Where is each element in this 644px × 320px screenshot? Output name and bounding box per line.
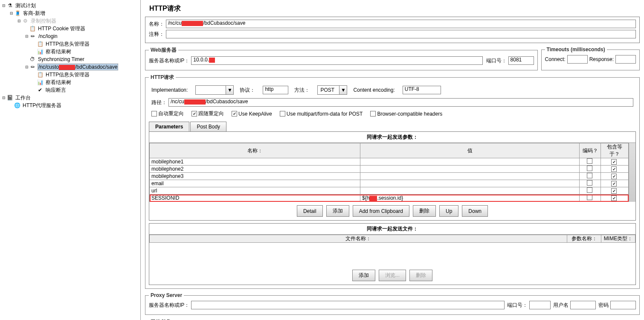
col-name[interactable]: 名称： xyxy=(150,143,360,158)
config-icon: 📋 xyxy=(29,25,36,32)
proxy-port-input[interactable] xyxy=(529,301,551,309)
chevron-down-icon: ▼ xyxy=(339,86,347,94)
tree-proxy-srv[interactable]: 🌐 HTTP代理服务器 xyxy=(0,102,140,109)
tree-label: HTTP信息头管理器 xyxy=(45,41,90,48)
tree-label: /nc/custo/bdCubasdoc/save xyxy=(38,64,118,70)
tree-header-mgr1[interactable]: 📋 HTTP信息头管理器 xyxy=(0,40,140,48)
server-input[interactable]: 10.0.0. xyxy=(191,56,482,65)
delete-button[interactable]: 删除 xyxy=(413,205,436,217)
add-clipboard-button[interactable]: Add from Clipboard xyxy=(353,205,409,217)
tree-header-mgr2[interactable]: 📋 HTTP信息头管理器 xyxy=(0,71,140,79)
toggle-icon[interactable]: ⊟ xyxy=(2,96,6,100)
col-enc[interactable]: 编码？ xyxy=(580,143,601,158)
file-add-button[interactable]: 添加 xyxy=(352,270,375,281)
toggle-icon[interactable]: ⊟ xyxy=(25,35,29,38)
port-input[interactable]: 8081 xyxy=(508,56,534,65)
comment-input[interactable] xyxy=(166,30,636,38)
tree-assertion[interactable]: ✔ 响应断言 xyxy=(0,86,140,94)
server-label: 服务器名称或IP： xyxy=(149,57,189,64)
param-row[interactable]: email xyxy=(150,180,629,187)
tree-label: HTTP代理服务器 xyxy=(22,102,62,109)
cb-browser[interactable]: Browser-compatible headers xyxy=(370,111,442,117)
sampler-icon: ✏ xyxy=(29,33,36,40)
param-row[interactable]: mobilephone1 xyxy=(150,158,629,166)
results-icon: 📊 xyxy=(37,79,44,86)
proto-input[interactable]: http xyxy=(263,86,288,94)
params-table: 名称： 值 编码？ 包含等于？ mobilephone1mobilephone2… xyxy=(149,143,629,202)
up-button[interactable]: Up xyxy=(439,205,458,217)
tree-sync-timer[interactable]: ⏱ Synchronizing Timer xyxy=(0,55,140,63)
connect-label: Connect: xyxy=(545,56,566,62)
col-val[interactable]: 值 xyxy=(360,143,580,158)
param-row[interactable]: mobilephone2 xyxy=(150,166,629,173)
tree-threadgroup[interactable]: ⊟ 🧵 客商-新增 xyxy=(0,9,140,17)
col-paramname[interactable]: 参数名称： xyxy=(567,235,601,243)
param-row[interactable]: url xyxy=(150,187,629,195)
tree-label: 察看结果树 xyxy=(45,79,72,86)
proxy-pass-input[interactable] xyxy=(610,301,636,309)
tree-workbench[interactable]: ⊟ 📓 工作台 xyxy=(0,94,140,102)
toggle-icon[interactable]: ⊟ xyxy=(17,19,21,23)
enc-input[interactable]: UTF-8 xyxy=(403,86,441,94)
param-row-session[interactable]: SESSIONID ${h.session.id} xyxy=(150,195,629,202)
tree-root[interactable]: ⊟ ⚗ 测试计划 xyxy=(0,2,140,9)
legend: Timeouts (milliseconds) xyxy=(545,47,607,52)
webserver-fieldset: Web服务器 服务器名称或IP： 10.0.0. 端口号： 8081 xyxy=(145,47,538,70)
config-icon: 📋 xyxy=(37,41,44,47)
col-filename[interactable]: 文件名称： xyxy=(150,235,567,243)
comment-label: 注释： xyxy=(149,31,164,38)
flask-icon: ⚗ xyxy=(6,2,13,9)
proxy-icon: 🌐 xyxy=(14,102,20,109)
params-table-wrap: 同请求一起发送参数： 名称： 值 编码？ 包含等于？ mobilephone1m… xyxy=(149,131,636,221)
toggle-icon[interactable]: ⊟ xyxy=(9,12,13,15)
path-input[interactable]: /nc/cu/bdCubasdoc/save xyxy=(168,98,633,107)
legend: Web服务器 xyxy=(149,47,178,54)
down-button[interactable]: Down xyxy=(462,205,488,217)
col-inc[interactable]: 包含等于？ xyxy=(601,143,629,158)
assert-icon: ✔ xyxy=(37,87,44,93)
cb-keepalive[interactable]: Use KeepAlive xyxy=(232,111,272,117)
impl-select[interactable]: ▼ xyxy=(195,85,234,95)
scrollbar[interactable] xyxy=(629,143,635,202)
enc-label: Content encoding: xyxy=(353,87,395,93)
timer-icon: ⏱ xyxy=(29,56,36,63)
tree-label: Synchronizing Timer xyxy=(37,56,85,62)
detail-button[interactable]: Detail xyxy=(297,205,323,217)
response-label: Response: xyxy=(589,56,614,62)
connect-input[interactable] xyxy=(567,55,588,64)
gear-icon: ⚙ xyxy=(22,17,29,24)
tree-nc-login[interactable]: ⊟ ✏ /nc/login xyxy=(0,32,140,40)
file-delete-button[interactable]: 删除 xyxy=(409,270,432,281)
tree-cookie-mgr[interactable]: 📋 HTTP Cookie 管理器 xyxy=(0,25,140,32)
legend: HTTP请求 xyxy=(149,74,176,81)
tab-postbody[interactable]: Post Body xyxy=(190,122,226,131)
files-table-wrap: 同请求一起发送文件： 文件名称： 参数名称： MIME类型： 添加 浏览... … xyxy=(149,223,636,285)
cb-multipart[interactable]: Use multipart/form-data for POST xyxy=(280,111,363,117)
proxy-fieldset: Proxy Server 服务器名称或IP： 端口号： 用户名 密码 xyxy=(145,292,640,315)
proxy-user-input[interactable] xyxy=(570,301,596,309)
param-row[interactable]: mobilephone3 xyxy=(150,173,629,180)
chevron-down-icon: ▼ xyxy=(226,86,233,94)
tree-results1[interactable]: 📊 察看结果树 xyxy=(0,48,140,55)
response-input[interactable] xyxy=(615,55,636,64)
method-select[interactable]: POST▼ xyxy=(317,85,347,95)
tree-results2[interactable]: 📊 察看结果树 xyxy=(0,79,140,86)
name-input[interactable]: /nc/cu/bdCubasdoc/save xyxy=(166,20,636,28)
tab-parameters[interactable]: Parameters xyxy=(149,122,189,131)
tree-nc-custo[interactable]: ⊟ ✏ /nc/custo/bdCubasdoc/save xyxy=(0,63,140,71)
add-button[interactable]: 添加 xyxy=(326,205,349,217)
cb-autoredirect[interactable]: 自动重定向 xyxy=(151,110,184,117)
params-title: 同请求一起发送参数： xyxy=(149,132,635,143)
toggle-icon[interactable]: ⊟ xyxy=(2,4,6,8)
workbench-icon: 📓 xyxy=(6,94,13,101)
sampler-icon: ✏ xyxy=(29,64,36,70)
tree-label: 工作台 xyxy=(15,94,32,102)
other-fieldset: 其他任务 从HTML文件获取所有内含的资源 Use concurrent poo… xyxy=(145,318,640,320)
results-icon: 📊 xyxy=(37,48,44,55)
cb-follow[interactable]: 跟随重定向 xyxy=(191,110,224,117)
col-mime[interactable]: MIME类型： xyxy=(601,235,635,243)
proxy-server-input[interactable] xyxy=(191,301,505,309)
file-browse-button[interactable]: 浏览... xyxy=(379,270,406,281)
toggle-icon[interactable]: ⊟ xyxy=(25,65,29,69)
tree-recorder[interactable]: ⊟ ⚙ 录制控制器 xyxy=(0,17,140,25)
